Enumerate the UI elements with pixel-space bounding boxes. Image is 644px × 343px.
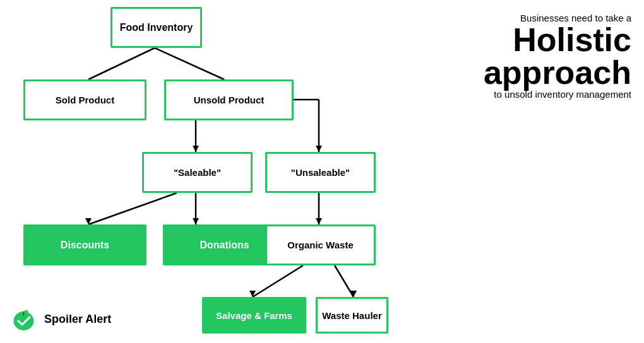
svg-line-7 <box>88 193 177 224</box>
diagram: Food Inventory Sold Product Unsold Produ… <box>0 0 391 343</box>
right-panel: Businesses need to take a Holistic appro… <box>404 13 631 100</box>
food-inventory-node: Food Inventory <box>110 7 202 48</box>
svg-line-1 <box>155 48 224 79</box>
svg-marker-10 <box>193 218 199 224</box>
unsaleable-node: "Unsaleable" <box>265 152 376 193</box>
saleable-node: "Saleable" <box>142 152 253 193</box>
spoiler-alert-logo-icon <box>9 305 38 334</box>
subtitle-text: to unsold inventory management <box>404 89 631 100</box>
salvage-farms-node: Salvage & Farms <box>202 297 306 334</box>
unsold-product-node: Unsold Product <box>164 79 294 120</box>
svg-line-15 <box>335 265 354 297</box>
waste-hauler-node: Waste Hauler <box>316 297 388 334</box>
holistic-heading: Holistic approach <box>404 23 631 89</box>
svg-marker-6 <box>316 146 322 152</box>
discounts-node: Discounts <box>23 224 146 265</box>
logo: Spoiler Alert <box>9 305 111 334</box>
svg-line-13 <box>253 265 303 297</box>
sold-product-node: Sold Product <box>23 79 146 120</box>
svg-marker-12 <box>316 218 322 224</box>
svg-line-0 <box>88 48 155 79</box>
svg-marker-3 <box>193 146 199 152</box>
organic-waste-node: Organic Waste <box>265 224 376 265</box>
logo-name: Spoiler Alert <box>44 313 111 327</box>
